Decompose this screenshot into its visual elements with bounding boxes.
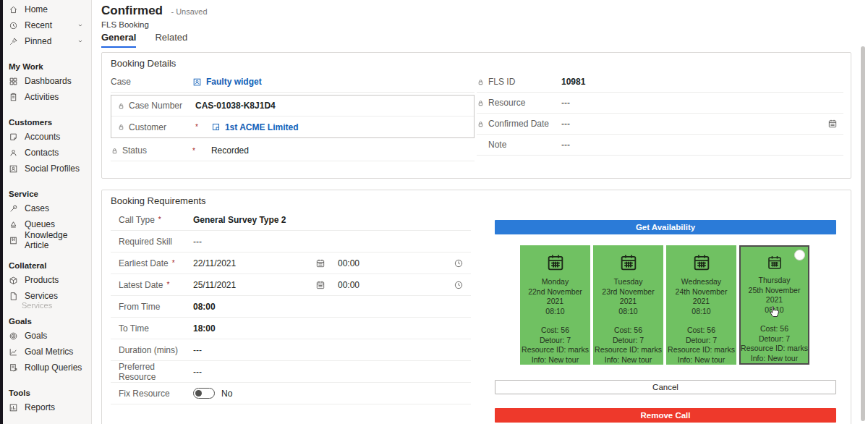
case-link[interactable]: Faulty widget <box>192 77 262 87</box>
field-from-time[interactable]: From Time 08:00 <box>111 296 471 318</box>
sidebar-item-knowledge-article[interactable]: Knowledge Article <box>3 232 91 248</box>
availability-slot-card[interactable]: Monday 22nd November 2021 08:10 Cost: 56… <box>520 245 590 365</box>
chevron-down-icon[interactable] <box>77 22 84 29</box>
field-label: Status <box>122 145 147 156</box>
field-status[interactable]: Status * Recorded <box>111 140 475 161</box>
sidebar-item-label: Accounts <box>25 132 60 142</box>
tab-related[interactable]: Related <box>155 32 187 48</box>
accounts-icon <box>9 132 18 142</box>
field-value: Recorded <box>211 145 249 156</box>
required-asterisk: * <box>172 259 175 267</box>
customer-link[interactable]: 1st ACME Limited <box>211 122 299 132</box>
field-fls-id[interactable]: FLS ID 10981 <box>477 72 843 93</box>
sidebar-item-contacts[interactable]: Contacts <box>3 145 91 161</box>
sidebar-item-goals[interactable]: Goals <box>3 328 91 344</box>
slot-time: 08:10 <box>545 307 564 317</box>
lock-icon <box>477 120 485 128</box>
field-fix-resource[interactable]: Fix Resource No <box>111 383 471 404</box>
fix-resource-toggle[interactable] <box>193 388 215 399</box>
field-resource[interactable]: Resource --- <box>477 93 843 114</box>
sidebar-item-home[interactable]: Home <box>3 1 91 17</box>
calendar-icon[interactable] <box>315 258 326 268</box>
field-case[interactable]: Case Faulty widget <box>111 72 475 93</box>
chevron-down-icon[interactable] <box>77 38 84 45</box>
sidebar-item-label: Services <box>25 291 58 301</box>
sidebar-item-social-profiles[interactable]: Social Profiles <box>3 161 91 177</box>
sidebar-item-dashboards[interactable]: Dashboards <box>3 73 91 89</box>
sidebar-item-pinned[interactable]: Pinned <box>3 33 91 49</box>
field-value: --- <box>193 367 202 377</box>
sidebar-item-label: Cases <box>25 203 49 213</box>
sidebar-section-service: Service <box>3 187 91 200</box>
lock-icon <box>111 147 119 155</box>
required-asterisk: * <box>192 147 195 155</box>
field-to-time[interactable]: To Time 18:00 <box>111 318 471 339</box>
sidebar-item-label: Contacts <box>25 148 59 158</box>
field-value: 10981 <box>561 77 585 87</box>
field-label: Confirmed Date <box>488 119 549 129</box>
calendar-icon[interactable] <box>315 280 326 290</box>
sidebar-item-cases[interactable]: Cases <box>3 200 91 216</box>
sidebar-item-label: Recent <box>25 20 52 30</box>
app-window: Home Recent Pinned My Work Dashboards Ac… <box>0 0 868 424</box>
cancel-button[interactable]: Cancel <box>495 380 836 394</box>
date-value[interactable]: 22/11/2021 <box>193 258 236 268</box>
slot-date: 23rd November 2021 <box>593 287 663 307</box>
remove-call-button[interactable]: Remove Call <box>495 408 836 423</box>
time-value[interactable]: 00:00 <box>338 280 359 290</box>
field-confirmed-date[interactable]: Confirmed Date --- <box>477 114 843 135</box>
calendar-icon <box>690 253 713 273</box>
field-label: Preferred Resource <box>119 362 193 382</box>
vertical-scrollbar[interactable] <box>861 46 865 421</box>
booking-details-panel: Booking Details Case Faulty widget Case … <box>101 52 851 179</box>
slot-date: 24th November 2021 <box>666 287 736 307</box>
field-preferred-resource[interactable]: Preferred Resource --- <box>111 361 471 383</box>
field-value: --- <box>561 98 570 108</box>
time-value[interactable]: 00:00 <box>338 258 359 268</box>
sidebar-item-activities[interactable]: Activities <box>3 89 91 105</box>
calendar-icon <box>617 253 640 273</box>
calendar-icon <box>544 253 567 273</box>
sidebar-item-label: Home <box>25 4 48 14</box>
field-value: --- <box>193 237 202 247</box>
form-tabs: General Related <box>101 32 187 48</box>
field-value: 08:00 <box>193 302 216 312</box>
sidebar-item-accounts[interactable]: Accounts <box>3 129 91 145</box>
field-case-number[interactable]: Case Number CAS-01038-K8J1D4 <box>111 96 474 116</box>
field-earliest-date[interactable]: Earliest Date * 22/11/2021 00:00 <box>111 253 471 274</box>
clock-icon[interactable] <box>454 280 464 290</box>
wrench-icon <box>9 204 18 213</box>
availability-slot-card[interactable]: Wednesday 24th November 2021 08:10 Cost:… <box>666 245 736 365</box>
availability-slot-card[interactable]: Tuesday 23rd November 2021 08:10 Cost: 5… <box>593 245 663 365</box>
calendar-icon[interactable] <box>827 119 838 129</box>
field-value: 18:00 <box>193 323 216 334</box>
slot-resource: Resource ID: marks <box>668 345 735 355</box>
field-duration[interactable]: Duration (mins) --- <box>111 339 471 361</box>
field-customer[interactable]: Customer * 1st ACME Limited <box>111 116 474 137</box>
slot-detour: Detour: 7 <box>595 336 662 346</box>
clock-icon[interactable] <box>454 258 464 268</box>
case-subgrid-box: Case Number CAS-01038-K8J1D4 Customer * … <box>111 95 475 138</box>
lock-icon <box>477 99 485 107</box>
slot-detour: Detour: 7 <box>522 336 589 346</box>
sidebar-item-goal-metrics[interactable]: Goal Metrics <box>3 344 91 360</box>
field-required-skill[interactable]: Required Skill --- <box>111 231 471 253</box>
calendar-icon <box>763 254 786 271</box>
sidebar-item-products[interactable]: Products <box>3 272 91 288</box>
sidebar-item-recent[interactable]: Recent <box>3 17 91 33</box>
booking-requirements-panel: Booking Requirements Call Type * General… <box>101 190 851 424</box>
sidebar-item-reports[interactable]: Reports <box>3 399 91 415</box>
tab-general[interactable]: General <box>101 32 136 48</box>
sidebar-item-label: Activities <box>25 92 59 102</box>
date-value[interactable]: 25/11/2021 <box>193 280 236 290</box>
slot-select-radio[interactable] <box>794 250 805 260</box>
sidebar-item-label: Rollup Queries <box>25 362 82 373</box>
sidebar-item-rollup-queries[interactable]: Rollup Queries <box>3 360 91 376</box>
lock-icon <box>117 123 125 131</box>
field-call-type[interactable]: Call Type * General Survey Type 2 <box>111 209 471 231</box>
sidebar-item-label: Pinned <box>25 36 51 46</box>
get-availability-button[interactable]: Get Availability <box>495 220 836 234</box>
field-note[interactable]: Note --- <box>477 135 843 156</box>
field-latest-date[interactable]: Latest Date * 25/11/2021 00:00 <box>111 274 471 296</box>
field-label: Required Skill <box>119 237 172 247</box>
